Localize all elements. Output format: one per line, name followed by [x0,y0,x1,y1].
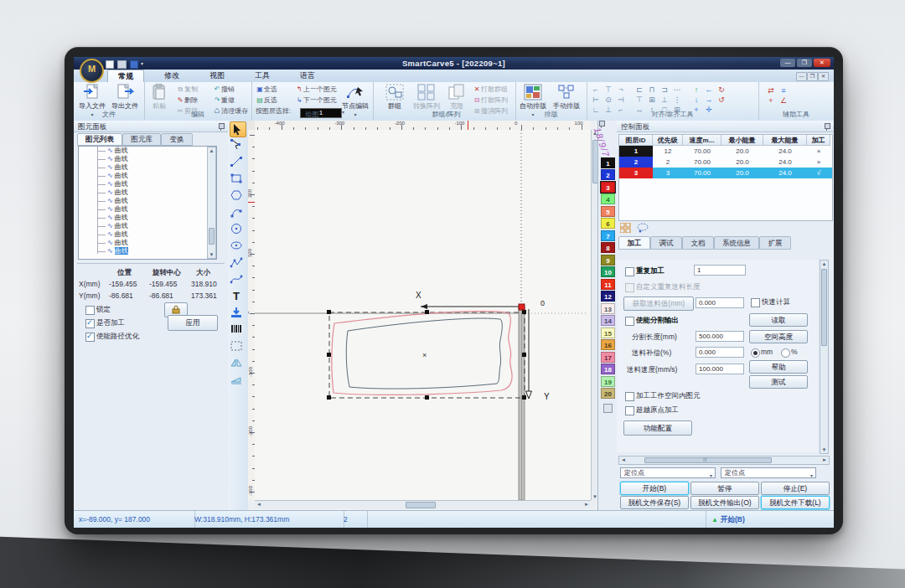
feed-comp-input[interactable] [696,347,744,358]
paste-button[interactable]: 粘贴 [146,84,173,111]
repeat-count-input[interactable] [694,265,746,276]
list-item[interactable]: ∿曲线 [79,155,216,163]
ellipse-tool[interactable] [230,239,246,255]
anchor-select-1[interactable]: 定位点▾ [620,467,716,478]
panel-vscrollbar[interactable]: ▲ ▼ [820,260,829,454]
canvas-scroll-left-icon[interactable]: ◄ [256,502,261,507]
tab-transform[interactable]: 变换 [161,133,193,146]
canvas-hthumb[interactable] [406,502,436,508]
layer-chip[interactable]: 16 [601,339,615,350]
layer-chip[interactable]: 2 [601,169,615,180]
tab-system-info[interactable]: 系统信息 [714,236,759,250]
mirror-h-tool[interactable] [230,356,246,372]
y-center-value[interactable]: -86.681 [149,291,173,300]
list-item[interactable]: ∿曲线 [79,197,216,205]
align-right-icon[interactable]: ⊐ [659,85,670,95]
snap-top-right-icon[interactable]: ¬ [615,85,627,95]
layer-chip[interactable]: 9 [601,255,615,266]
to-array-button[interactable]: 转换阵列 [411,84,442,111]
list-item[interactable]: ∿曲线 [79,205,216,214]
align-top-icon[interactable]: ⊤ [634,95,645,105]
move-left-icon[interactable]: ← [703,85,715,95]
mdi-restore-button[interactable]: ❐ [807,72,818,81]
layer-chip[interactable]: 17 [601,352,615,363]
layer-chip[interactable]: 19 [601,376,615,387]
copy-button[interactable]: ⧉复制 [176,85,198,95]
fast-calc-checkbox[interactable] [751,298,760,307]
split-output-checkbox[interactable] [625,317,634,326]
barcode-tool[interactable] [230,322,246,338]
move-right-icon[interactable]: → [703,95,715,105]
node-edit-tool[interactable] [230,138,246,154]
prev-element-button[interactable]: ↰上一个图元 [295,85,337,95]
polygon-tool[interactable] [230,188,246,204]
list-item[interactable]: ∿曲线 [79,222,216,230]
panel-scroll-down-icon[interactable]: ▼ [820,447,828,452]
tab-element-library[interactable]: 图元库 [122,133,161,146]
invert-select-button[interactable]: ▤反选 [256,95,277,106]
unit-mm-radio[interactable] [751,348,760,358]
table-row[interactable]: 3370.0020.024.0√ [619,168,832,178]
lasso-icon[interactable] [637,223,649,233]
layer-chip[interactable]: 20 [601,388,615,399]
offline-save-button[interactable]: 脱机文件保存(S) [620,496,689,509]
get-feed-button[interactable]: 获取送料值(mm) [623,297,694,311]
list-item[interactable]: ∿曲线 [79,239,216,247]
list-item[interactable]: ∿曲线 [79,180,216,188]
simulate-icon[interactable]: ⇄ [765,85,777,95]
anchor-1-caret-icon[interactable]: ▾ [710,471,712,481]
element-list-scrollbar[interactable]: ▲ ▼ [207,147,216,259]
polyline-tool[interactable] [230,255,246,271]
measure-icon[interactable]: ∠ [778,95,789,106]
layer-chip[interactable]: 4 [601,193,615,204]
tab-normal[interactable]: 常规 [107,70,144,83]
tab-process[interactable]: 加工 [618,236,650,250]
mirror-v-tool[interactable] [230,373,246,389]
layer-strip-pin-icon[interactable] [605,124,611,131]
break-array-button[interactable]: ⊟打散阵列 [473,95,508,106]
arc-tool[interactable] [230,205,246,221]
list-item[interactable]: ∿曲线 [79,147,216,155]
apply-button[interactable]: 应用 [168,315,218,331]
func-config-button[interactable]: 功能配置 [623,420,692,436]
undo-button[interactable]: ↶撤销 [213,85,235,95]
table-row[interactable]: 2270.0020.024.0× [619,157,832,168]
align-middle-icon[interactable]: ⊞ [646,95,658,105]
scroll-up-icon[interactable]: ▲ [208,148,215,153]
layer-chip[interactable]: 11 [601,279,615,290]
redo-button[interactable]: ↷重做 [213,95,235,106]
layer-chip[interactable]: 8 [601,242,615,253]
layer-chip[interactable]: 12 [601,291,615,302]
unit-percent-radio[interactable] [781,348,790,358]
list-tool-icon[interactable]: ≡ [778,85,789,95]
list-item[interactable]: ∿曲线 [79,172,216,180]
panel-hthumb[interactable] [644,457,772,463]
scroll-down-icon[interactable]: ▼ [208,252,215,257]
layer-chip[interactable]: 15 [601,328,615,338]
custom-feed-checkbox[interactable] [625,283,634,292]
pause-button[interactable]: 暂停 [690,482,759,495]
test-button[interactable]: 测试 [749,375,808,389]
anchor-select-2[interactable]: 定位点▾ [721,467,816,478]
list-item[interactable]: ∿曲线 [79,163,216,172]
canvas-scroll-right-icon[interactable]: ► [584,502,589,507]
mdi-minimize-button[interactable]: — [796,72,807,81]
repeat-checkbox[interactable] [625,267,634,276]
distribute-v-icon[interactable]: ⋮ [671,95,683,105]
tab-tools[interactable]: 工具 [245,70,280,82]
layer-chip[interactable]: 5 [601,206,615,217]
tab-document[interactable]: 文档 [682,236,714,250]
optimize-checkbox[interactable] [85,333,95,342]
panel-scroll-up-icon[interactable]: ▲ [820,261,828,266]
app-logo[interactable]: M [80,59,104,83]
line-tool[interactable] [230,155,246,171]
layer-chip[interactable]: 7 [601,230,615,241]
beyond-origin-checkbox[interactable] [625,406,634,415]
rotate-ccw-icon[interactable]: ↺ [716,95,727,105]
list-item[interactable]: ∿曲线 [79,188,216,197]
move-down-icon[interactable]: ↓ [690,95,702,105]
drop-align-tool[interactable] [230,306,246,322]
next-element-button[interactable]: ↳下一个图元 [295,95,337,106]
tab-modify[interactable]: 修改 [154,70,189,82]
distribute-h-icon[interactable]: ⋯ [671,85,683,95]
